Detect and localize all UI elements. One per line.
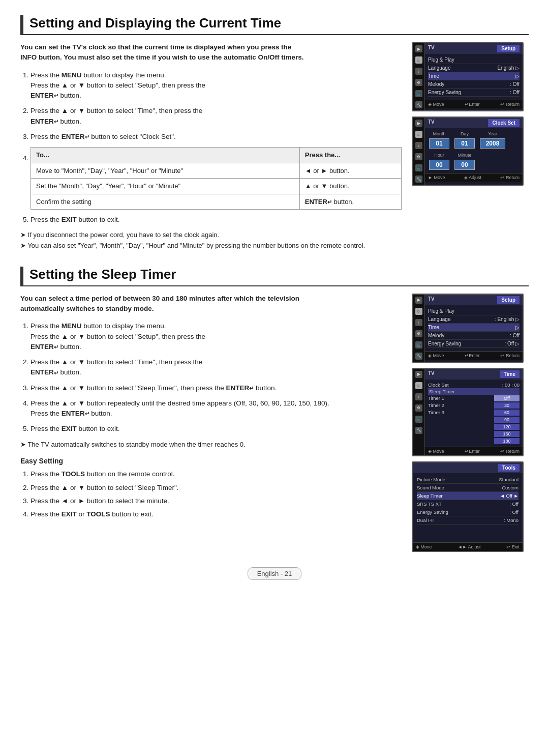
table-row: Set the "Month", "Day", "Year", "Hour" o… [31,179,402,194]
month-value: 01 [429,138,449,149]
tv-icon-t1: ▶ [415,371,422,378]
tools-label: SRS TS XT [417,501,442,507]
timer-bar: Off [494,395,520,401]
timer-label: Timer 3 [428,410,444,416]
row-label: Melody [428,333,444,338]
tv-footer: ◈ Move ↵Enter ↩ Return [425,100,523,108]
timer-label: Timer 1 [428,395,444,401]
timer-row: Timer 3 60 [428,409,520,416]
footer-enter: ↵Enter [465,449,480,454]
footer-return: ↩ Return [500,353,520,358]
tv-row-highlighted: Time ▷ [428,324,520,332]
minute-value: 00 [454,160,475,170]
footer-return: ↩ Return [500,449,520,454]
clock-title: Clock Set [488,119,520,127]
timer-row-sleep: Sleep Timer [428,388,520,395]
tv-row: Melody : Off [428,332,520,340]
tv-main-time: TV Time Clock Set : 00 : 00 Sleep Timer [425,369,523,455]
tv-icons-2: ▶ ☼ ♪ ⚙ 📺 🔧 [413,295,425,362]
tools-row: Picture Mode : Standard [417,476,518,484]
tv-icon-3: ♪ [415,68,422,75]
easy-step-4: Press the EXIT or TOOLS button to exit. [30,509,402,519]
footer-enter: ↵Enter [465,353,480,358]
footer-text: English - 21 [248,567,302,580]
tools-label: Energy Saving [417,509,448,515]
note-1: If you disconnect the power cord, you ha… [20,230,402,241]
row-value: : Off [510,90,520,95]
tv-icon-t4: ⚙ [415,404,422,412]
section2-notes: The TV automatically switches to standby… [20,440,402,450]
clock-tv-label: TV [428,119,435,127]
tv-footer-2: ◈ Move ↵Enter ↩ Return [425,351,523,360]
timer-label: Timer 2 [428,402,444,409]
tv-icon-t3: ♪ [415,393,422,400]
tv-title-2: Setup [497,296,520,304]
tools-header: Tools [413,462,523,473]
tools-label: Sleep Timer [417,493,443,499]
time-tv-label: TV [428,370,435,378]
row-label: Language [428,65,451,71]
hour-value: 00 [429,160,449,170]
timer-row: 90 [428,416,520,423]
table-header-to: To... [31,148,300,163]
timer-row: 180 [428,438,520,445]
section2-instructions: You can select a time period of between … [20,294,402,523]
timer-bar: 150 [494,431,520,437]
step-2-4: Press the ▲ or ▼ button repeatedly until… [30,398,402,419]
section-sleep-timer: Setting the Sleep Timer You can select a… [20,267,529,552]
minute-label: Minute [454,153,475,158]
section2-content: You can select a time period of between … [20,294,529,552]
tools-value: : Off [509,501,518,507]
footer-move: ◈ Move [428,449,444,454]
step-1-3: Press the ENTER↵ button to select "Clock… [30,132,402,142]
table-row: Move to "Month", "Day", "Year", "Hour" o… [31,163,402,179]
time-title: Time [500,370,520,378]
footer-move: ◈ Move [428,102,444,107]
year-label: Year [480,131,505,136]
tools-row: Dual I-II : Mono [417,516,518,525]
tools-value: : Mono [504,517,518,523]
tv-with-icons: ▶ ☼ ♪ ⚙ 📺 🔧 TV Setup [413,43,523,110]
section2-title: Setting the Sleep Timer [20,267,529,286]
timer-label: Sleep Timer [429,389,455,394]
clock-sub-labels: Hour Minute [429,153,518,158]
tools-label: Picture Mode [417,477,445,482]
time-header: TV Time [425,369,523,380]
tv-icon-c4: ⚙ [415,153,422,160]
table-header-press: Press the... [299,148,401,163]
screen-column-1: ▶ ☼ ♪ ⚙ 📺 🔧 TV Setup [412,42,529,186]
table-cell-press: ▲ or ▼ button. [299,179,401,194]
clock-body: Month Day Year 01 01 2008 Hour [425,128,523,173]
tv-screen-time: ▶ ☼ ♪ ⚙ 📺 🔧 TV Time [412,368,524,456]
tv-screen-setup-1: ▶ ☼ ♪ ⚙ 📺 🔧 TV Setup [412,42,524,111]
tv-body-2: Plug & Play Language : English ▷ Time ▷ [425,305,523,351]
tv-main: TV Setup Plug & Play Language English ▷ [425,43,523,110]
clock-labels: Month Day Year [429,131,518,136]
easy-step-3: Press the ◄ or ► button to select the mi… [30,496,402,506]
row-value: : Off [510,81,520,87]
easy-setting-title: Easy Setting [20,457,402,465]
tools-value: : Standard [496,477,518,482]
tv-icon-c1: ▶ [415,120,422,127]
time-footer: ◈ Move ↵Enter ↩ Return [425,447,523,455]
tv-icon-c5: 📺 [415,164,422,171]
tv-screen-clock: ▶ ☼ ♪ ⚙ 📺 🔧 TV Clock Set [412,117,524,186]
table-cell-to: Confirm the setting [31,194,300,210]
row-value: : Off ▷ [505,341,520,346]
tv-icon-1: ▶ [415,45,422,52]
clock-sub-values: 00 00 [429,160,518,170]
tv-icon-5: 📺 [415,90,422,97]
footer-enter: ↵Enter [465,102,480,107]
step-table: To... Press the... Move to "Month", "Day… [30,147,402,210]
tv-label: TV [428,45,435,52]
tv-with-icons-time: ▶ ☼ ♪ ⚙ 📺 🔧 TV Time [413,369,523,455]
footer-exit: ↩ Exit [506,544,520,549]
timer-value: : 00 : 00 [502,382,520,388]
timer-row: Clock Set : 00 : 00 [428,382,520,388]
table-cell-to: Set the "Month", "Day", "Year", "Hour" o… [31,179,300,194]
tv-icon-6: 🔧 [415,101,422,108]
tv-icon-4: ⚙ [415,79,422,86]
clock-header: TV Clock Set [425,118,523,128]
tv-screen-setup-2: ▶ ☼ ♪ ⚙ 📺 🔧 TV Setup [412,294,524,363]
row-label: Energy Saving [428,341,461,346]
